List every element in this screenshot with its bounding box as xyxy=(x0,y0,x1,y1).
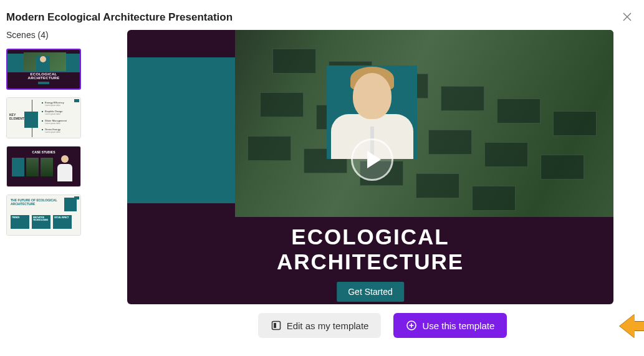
scene-thumb-1[interactable]: ECOLOGICALARCHITECTURE xyxy=(6,49,81,90)
close-button[interactable] xyxy=(622,11,633,25)
close-icon xyxy=(622,11,633,22)
scenes-count-label: Scenes (4) xyxy=(6,30,81,40)
play-button[interactable] xyxy=(351,138,393,181)
use-this-template-button[interactable]: Use this template xyxy=(393,313,507,338)
use-button-label: Use this template xyxy=(422,320,494,331)
preview-cta-button: Get Started xyxy=(337,282,404,302)
building-image xyxy=(235,30,613,217)
plus-circle-icon xyxy=(406,320,417,331)
scene-thumb-3[interactable]: CASE STUDIES xyxy=(6,146,81,187)
template-icon xyxy=(271,320,282,331)
scene-thumb-4[interactable]: THE FUTURE OF ECOLOGICAL ARCHITECTURE TR… xyxy=(6,195,81,236)
scene-thumb-2[interactable]: KEY ELEMENTS Energy EfficiencyLorem ipsu… xyxy=(6,97,81,138)
edit-button-label: Edit as my template xyxy=(287,320,369,331)
play-icon xyxy=(367,151,381,168)
callout-arrow xyxy=(620,315,644,334)
template-preview: ECOLOGICALARCHITECTURE Get Started Let's… xyxy=(127,30,613,304)
page-title: Modern Ecological Architecture Presentat… xyxy=(6,11,638,24)
scenes-sidebar: Scenes (4) ECOLOGICALARCHITECTURE KEY EL… xyxy=(6,30,81,338)
edit-as-template-button[interactable]: Edit as my template xyxy=(258,313,382,338)
svg-rect-1 xyxy=(274,323,276,328)
preview-heading: ECOLOGICALARCHITECTURE xyxy=(127,224,613,275)
